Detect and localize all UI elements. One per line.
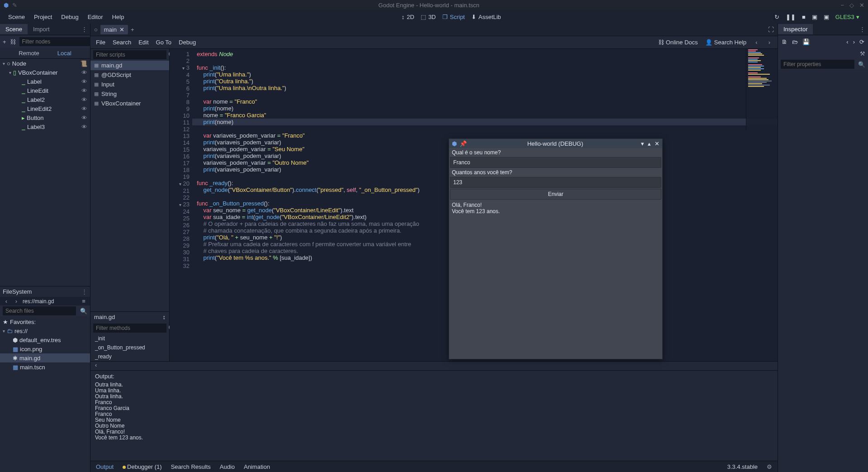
visibility-icon[interactable]: 👁 — [81, 78, 87, 85]
script-item[interactable]: ▦main.gd — [90, 61, 169, 70]
method-item[interactable]: _ready — [90, 352, 169, 361]
visibility-icon[interactable]: 👁 — [81, 114, 87, 121]
add-node-icon[interactable]: + — [3, 38, 6, 45]
script-menu-debug[interactable]: Debug — [179, 39, 196, 46]
menu-help[interactable]: Help — [108, 12, 129, 22]
fs-file[interactable]: ⬢default_env.tres — [0, 335, 90, 344]
nav-forward-icon[interactable]: › — [767, 39, 772, 46]
history-back-icon[interactable]: ‹ — [846, 38, 848, 45]
view-assetlib[interactable]: ⬇ AssetLib — [471, 14, 501, 20]
status-debugger[interactable]: Debugger (1) — [123, 463, 162, 470]
search-help-link[interactable]: 👤 Search Help — [705, 39, 747, 46]
scene-node[interactable]: ⎯Label👁 — [0, 77, 90, 86]
visibility-icon[interactable]: 👁 — [81, 105, 87, 112]
lineedit-age[interactable]: 123 — [450, 177, 661, 188]
save-resource-icon[interactable]: 💾 — [802, 38, 810, 45]
nav-back-icon[interactable]: ‹ — [3, 298, 10, 305]
search-icon[interactable]: 🔍 — [858, 61, 865, 68]
script-menu-search[interactable]: Search — [113, 39, 131, 46]
visibility-icon[interactable]: 👁 — [81, 87, 87, 94]
maximize-icon[interactable]: ◇ — [849, 2, 854, 9]
scene-node[interactable]: ⎯LineEdit2👁 — [0, 104, 90, 113]
tab-inspector[interactable]: Inspector — [778, 24, 813, 34]
load-resource-icon[interactable]: 🗁 — [792, 38, 798, 45]
method-item[interactable]: _init — [90, 334, 169, 343]
minimize-icon[interactable]: − — [840, 2, 844, 9]
script-menu-edit[interactable]: Edit — [138, 39, 148, 46]
nav-forward-icon[interactable]: › — [13, 298, 20, 305]
online-docs-link[interactable]: ⛓ Online Docs — [658, 39, 698, 46]
settings-icon[interactable]: ⚙ — [767, 463, 772, 470]
scene-node[interactable]: ▾○Node📜 — [0, 59, 90, 68]
renderer-selector[interactable]: GLES3 ▾ — [835, 14, 859, 20]
script-item[interactable]: ▦VBoxContainer — [90, 99, 169, 108]
fs-file[interactable]: ✱main.gd — [0, 353, 90, 362]
visibility-icon[interactable]: 👁 — [81, 124, 87, 130]
subtab-local[interactable]: Local — [57, 50, 71, 57]
status-search[interactable]: Search Results — [171, 463, 211, 470]
pause-icon[interactable]: ❚❚ — [786, 14, 796, 20]
method-item[interactable]: _on_Button_pressed — [90, 343, 169, 352]
play-custom-icon[interactable]: ▣ — [824, 14, 829, 20]
close-icon[interactable]: ✕ — [655, 140, 659, 147]
script-item[interactable]: ▦Input — [90, 80, 169, 89]
scene-node[interactable]: ⎯LineEdit👁 — [0, 86, 90, 95]
doc-tab-main[interactable]: main✕ — [100, 25, 128, 34]
pin-icon[interactable]: 📌 — [457, 140, 470, 147]
menu-debug[interactable]: Debug — [57, 12, 83, 22]
menu-scene[interactable]: Scene — [4, 12, 29, 22]
script-item[interactable]: ▦String — [90, 89, 169, 99]
play-project-icon[interactable]: ↻ — [774, 14, 779, 20]
add-tab-icon[interactable]: + — [131, 26, 134, 33]
panel-menu-icon[interactable]: ⋮ — [79, 26, 90, 33]
close-tab-icon[interactable]: ✕ — [119, 26, 124, 33]
minimize-icon[interactable]: ▾ — [641, 140, 644, 147]
script-menu-goto[interactable]: Go To — [156, 39, 171, 46]
filter-properties-input[interactable] — [781, 60, 854, 69]
panel-menu-icon[interactable]: ⋮ — [857, 26, 868, 33]
menu-project[interactable]: Project — [29, 12, 57, 22]
fs-root[interactable]: ▾🗀res:// — [0, 326, 90, 335]
status-output[interactable]: Output — [96, 463, 114, 470]
script-icon[interactable]: 📜 — [80, 60, 87, 67]
menu-editor[interactable]: Editor — [83, 12, 108, 22]
scene-node[interactable]: ⎯Label2👁 — [0, 95, 90, 104]
history-forward-icon[interactable]: › — [853, 38, 855, 45]
close-icon[interactable]: ✕ — [859, 2, 864, 9]
search-icon[interactable]: 🔍 — [80, 308, 87, 315]
fs-file[interactable]: ▦main.tscn — [0, 362, 90, 372]
script-item[interactable]: ▦@GDScript — [90, 70, 169, 80]
view-3d[interactable]: ⬚ 3D — [421, 14, 436, 20]
view-mode-icon[interactable]: ≡ — [80, 298, 87, 305]
filter-nodes-input[interactable] — [19, 37, 93, 46]
stop-icon[interactable]: ■ — [802, 14, 806, 20]
toggle-panel-button[interactable]: ‹ — [90, 361, 778, 370]
status-animation[interactable]: Animation — [244, 463, 270, 470]
lineedit-name[interactable]: Franco — [450, 157, 661, 168]
search-files-input[interactable] — [3, 306, 76, 315]
view-2d[interactable]: ↕ 2D — [402, 14, 414, 20]
fs-file[interactable]: ▦icon.png — [0, 344, 90, 353]
scene-node[interactable]: ▸Button👁 — [0, 113, 90, 122]
refresh-icon[interactable]: ⟳ — [859, 38, 864, 45]
visibility-icon[interactable]: 👁 — [81, 96, 87, 103]
filesystem-path[interactable]: res://main.gd — [23, 298, 77, 305]
script-menu-file[interactable]: File — [96, 39, 105, 46]
distraction-free-icon[interactable]: ⛶ — [768, 26, 774, 33]
filter-methods-input[interactable] — [93, 324, 166, 333]
scene-node[interactable]: ▾▯VBoxContainer👁 — [0, 68, 90, 77]
tab-scene[interactable]: Scene — [0, 24, 28, 34]
new-resource-icon[interactable]: 🗎 — [782, 38, 787, 45]
sort-icon[interactable]: ↕ — [163, 314, 166, 320]
subtab-remote[interactable]: Remote — [19, 50, 39, 57]
tab-import[interactable]: Import — [28, 24, 55, 34]
maximize-icon[interactable]: ▴ — [648, 140, 651, 147]
visibility-icon[interactable]: 👁 — [81, 69, 87, 76]
nav-back-icon[interactable]: ‹ — [754, 39, 759, 46]
panel-menu-icon[interactable]: ⋮ — [81, 288, 87, 295]
link-icon[interactable]: ⛓ — [10, 38, 16, 45]
tools-icon[interactable]: ⚒ — [860, 50, 865, 57]
code-minimap[interactable] — [746, 49, 778, 130]
view-script[interactable]: ❐ Script — [442, 14, 465, 20]
status-audio[interactable]: Audio — [220, 463, 235, 470]
